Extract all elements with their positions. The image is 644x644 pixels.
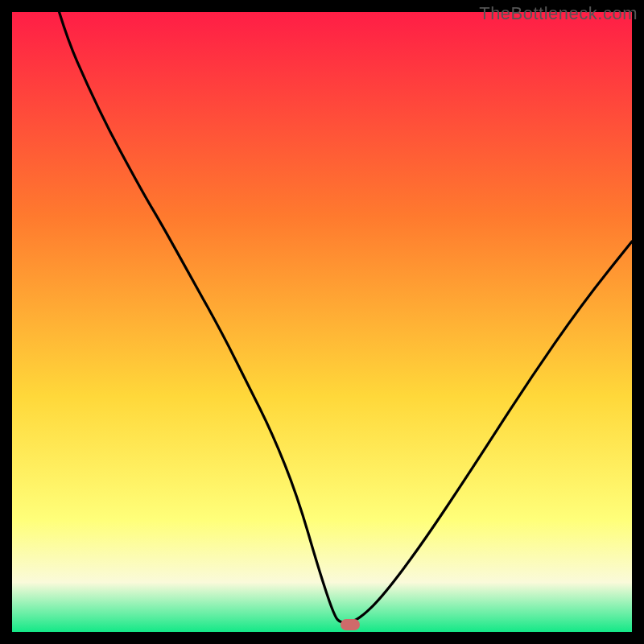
chart-svg [12,12,632,632]
chart-background [12,12,632,632]
stage: TheBottleneck.com [0,0,644,644]
valley-marker [341,619,360,630]
watermark-text: TheBottleneck.com [479,3,638,24]
chart-area [12,12,632,632]
